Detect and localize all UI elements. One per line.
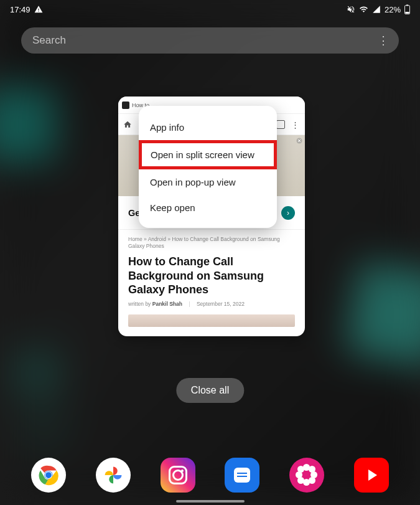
breadcrumb: Home » Android » How to Change Call Back… [118, 230, 305, 253]
ad-close-icon[interactable] [296, 138, 302, 144]
home-icon[interactable] [123, 120, 132, 129]
ad-arrow-icon[interactable]: › [281, 206, 295, 220]
wifi-icon [359, 5, 368, 14]
status-bar: 17:49 22% [0, 0, 420, 19]
more-icon[interactable]: ⋮ [378, 34, 389, 47]
menu-keep-open[interactable]: Keep open [139, 195, 277, 220]
close-all-button[interactable]: Close all [176, 378, 244, 403]
menu-split-screen[interactable]: Open in split screen view [139, 140, 277, 169]
tabs-icon[interactable] [276, 120, 285, 129]
chrome-icon[interactable] [31, 458, 66, 493]
svg-rect-1 [406, 4, 409, 6]
dock [0, 458, 420, 493]
search-bar[interactable]: Search ⋮ [21, 27, 399, 54]
messages-icon[interactable] [225, 458, 259, 493]
svg-rect-2 [405, 12, 409, 14]
warning-icon [34, 5, 43, 14]
favicon [122, 101, 129, 109]
photos-icon[interactable] [96, 458, 131, 493]
clock: 17:49 [10, 5, 30, 14]
byline: written by Pankil Shah | September 15, 2… [118, 301, 305, 312]
menu-popup-view[interactable]: Open in pop-up view [139, 169, 277, 195]
youtube-icon[interactable] [354, 458, 389, 493]
gallery-icon[interactable] [289, 458, 324, 493]
menu-app-info[interactable]: App info [139, 115, 277, 140]
search-placeholder: Search [32, 34, 66, 47]
article-title: How to Change Call Background on Samsung… [118, 253, 305, 301]
battery-percent: 22% [385, 5, 401, 14]
gesture-handle[interactable] [176, 500, 245, 503]
app-context-menu: App info Open in split screen view Open … [139, 106, 277, 228]
battery-icon [404, 4, 410, 14]
signal-icon [372, 5, 381, 14]
svg-point-7 [45, 472, 52, 478]
mute-icon [347, 5, 355, 14]
browser-more-icon[interactable]: ⋮ [291, 120, 300, 129]
instagram-icon[interactable] [161, 458, 195, 493]
article-image [128, 314, 295, 327]
